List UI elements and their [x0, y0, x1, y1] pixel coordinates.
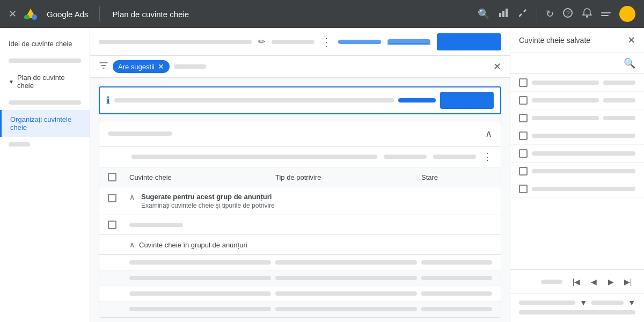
saved-keyword-item-2[interactable] [510, 92, 644, 109]
row4-col3 [421, 307, 492, 311]
header-link-1[interactable] [338, 40, 381, 44]
user-avatar[interactable] [619, 6, 635, 22]
search-icon[interactable]: 🔍 [478, 8, 489, 20]
footer-scroll-icon[interactable]: ▼ [628, 298, 635, 307]
row1-col2 [275, 260, 417, 265]
filter-icon [99, 61, 108, 72]
header-title-placeholder [99, 40, 252, 44]
saved-kw-checkbox-4[interactable] [519, 131, 528, 140]
footer-placeholder-1 [519, 301, 575, 305]
svg-rect-2 [24, 15, 30, 19]
search-box[interactable]: ℹ [99, 86, 501, 114]
pagination-info [541, 280, 562, 284]
edit-icon[interactable]: ✏ [258, 36, 265, 47]
tools-icon[interactable] [517, 8, 528, 21]
pagination: |◀ ◀ ▶ ▶| [510, 269, 644, 294]
footer-row-2 [519, 310, 635, 314]
chart-icon[interactable] [498, 8, 509, 21]
topbar-divider [99, 6, 100, 21]
right-panel-close-button[interactable]: ✕ [627, 34, 635, 46]
header-subtitle-placeholder [272, 40, 314, 44]
subrow-placeholder-1 [131, 155, 377, 159]
group-collapse-button[interactable]: ∧ [485, 128, 492, 140]
select-all-checkbox[interactable] [108, 173, 116, 181]
table-row-2 [99, 270, 501, 286]
saved-kw-checkbox-5[interactable] [519, 149, 528, 158]
saved-kw-checkbox-7[interactable] [519, 185, 528, 193]
suggested-section-header: ∧ Sugerate pentru acest grup de anunțuri… [99, 187, 501, 215]
refresh-icon[interactable]: ↻ [546, 8, 554, 20]
header-more-button[interactable]: ⋮ [321, 35, 332, 48]
close-button[interactable]: ✕ [9, 8, 17, 20]
saved-kw-checkbox-2[interactable] [519, 96, 528, 105]
empty-row-placeholder [129, 223, 183, 227]
pagination-prev-button[interactable]: ◀ [586, 274, 601, 289]
main-layout: Idei de cuvinte cheie ▼ Plan de cuvinte … [0, 28, 644, 322]
topbar-icons-divider [537, 6, 537, 21]
pagination-next-button[interactable]: ▶ [603, 274, 618, 289]
saved-kw-value-2 [603, 98, 635, 103]
filter-chip-suggestions[interactable]: Are sugestii ✕ [113, 60, 170, 73]
saved-keyword-item-1[interactable] [510, 74, 644, 92]
search-link[interactable] [398, 98, 436, 103]
suggested-checkbox[interactable] [108, 194, 116, 202]
footer-dropdown-icon[interactable]: ▼ [580, 298, 587, 307]
section-chevron-icon[interactable]: ∧ [129, 240, 135, 249]
sidebar-placeholder-3 [9, 142, 30, 147]
search-button[interactable] [440, 92, 494, 109]
chevron-icon: ▼ [9, 79, 14, 85]
right-panel-search-icon[interactable]: 🔍 [624, 57, 635, 69]
sidebar-section-label-text: Plan de cuvinte cheie [17, 74, 81, 90]
suggested-subtitle: Examinați cuvintele cheie și tipurile de… [141, 202, 492, 209]
svg-rect-3 [499, 13, 501, 17]
row2-col1 [129, 276, 271, 280]
empty-row-1 [99, 215, 501, 235]
filter-close-button[interactable]: ✕ [493, 61, 501, 72]
subrow-more-button[interactable]: ⋮ [482, 151, 492, 163]
saved-keyword-item-6[interactable] [510, 163, 644, 180]
right-panel: Cuvinte cheie salvate ✕ 🔍 [510, 28, 644, 322]
content-header: ✏ ⋮ [90, 28, 510, 56]
sidebar: Idei de cuvinte cheie ▼ Plan de cuvinte … [0, 28, 90, 322]
saved-kw-label-3 [532, 116, 599, 120]
empty-row-checkbox[interactable] [108, 221, 116, 229]
pagination-first-button[interactable]: |◀ [569, 274, 584, 289]
filter-chip-close[interactable]: ✕ [158, 62, 164, 71]
bell-icon[interactable] [582, 8, 592, 21]
saved-kw-checkbox-6[interactable] [519, 167, 528, 175]
suggested-collapse-icon[interactable]: ∧ [129, 193, 135, 201]
saved-kw-checkbox-3[interactable] [519, 114, 528, 122]
saved-kw-checkbox-1[interactable] [519, 78, 528, 87]
saved-keyword-item-7[interactable] [510, 180, 644, 198]
saved-keyword-item-3[interactable] [510, 109, 644, 127]
header-link-2[interactable] [387, 39, 430, 45]
col-header-status: Stare [421, 173, 492, 181]
row4-col1 [129, 307, 271, 311]
svg-rect-4 [502, 11, 504, 17]
row2-col2 [275, 276, 417, 280]
app-title: Google Ads [47, 10, 89, 19]
topbar-menu-lines[interactable] [601, 12, 611, 16]
sidebar-item-organize[interactable]: Organizați cuvintele cheie [0, 110, 90, 137]
content-area: ✏ ⋮ Are sugestii ✕ ✕ [90, 28, 510, 322]
main-content: ℹ ∧ [90, 78, 510, 322]
saved-keyword-item-4[interactable] [510, 127, 644, 145]
subrow-placeholder-3 [433, 155, 476, 159]
header-save-button[interactable] [437, 33, 501, 50]
row3-col3 [421, 291, 492, 296]
row2-col3 [421, 276, 492, 280]
svg-point-8 [586, 16, 588, 18]
sidebar-section-plan[interactable]: ▼ Plan de cuvinte cheie [0, 68, 90, 95]
page-title-topbar: Plan de cuvinte cheie [113, 10, 189, 19]
search-input[interactable] [114, 98, 394, 103]
row3-col1 [129, 291, 271, 296]
help-icon[interactable]: ? [562, 8, 573, 21]
col-header-keywords: Cuvinte cheie [129, 173, 271, 181]
saved-keyword-item-5[interactable] [510, 145, 644, 163]
pagination-last-button[interactable]: ▶| [620, 274, 635, 289]
sidebar-placeholder-2 [9, 100, 81, 105]
search-info-icon: ℹ [106, 94, 110, 106]
table-header: Cuvinte cheie Tip de potrivire Stare [99, 167, 501, 187]
subrow-1: ⋮ [99, 147, 501, 167]
sidebar-item-ideas[interactable]: Idei de cuvinte cheie [0, 34, 90, 53]
